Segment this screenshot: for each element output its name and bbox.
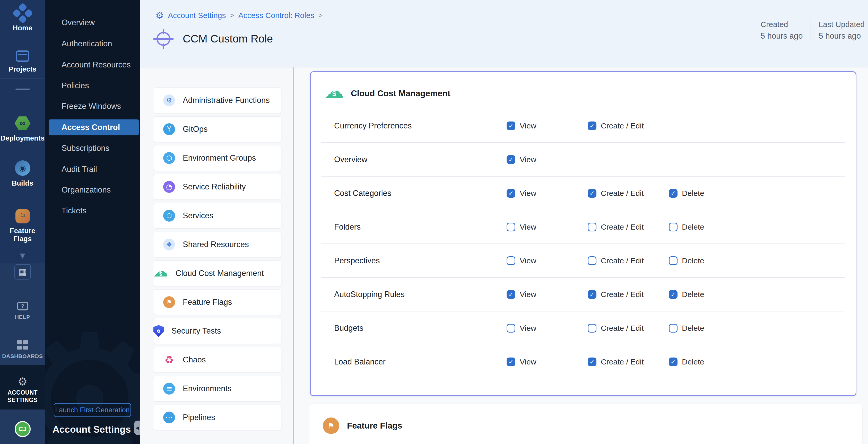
resource-card-pipelines[interactable]: ⋯Pipelines	[153, 405, 281, 431]
resource-card-chaos[interactable]: ♻Chaos	[153, 347, 281, 373]
resource-card-gitops[interactable]: YGitOps	[153, 116, 281, 142]
permission-label: Delete	[682, 324, 704, 332]
resource-card-service-reliability[interactable]: ◔Service Reliability	[153, 174, 281, 200]
checkbox-checked[interactable]: ✓	[669, 290, 678, 299]
permission-view[interactable]: ✓View	[506, 357, 536, 366]
checkbox-checked[interactable]: ✓	[588, 357, 596, 366]
permission-delete[interactable]: Delete	[669, 223, 704, 231]
permission-create-edit[interactable]: Create / Edit	[588, 324, 644, 332]
checkbox-unchecked[interactable]	[588, 324, 596, 332]
checkbox-unchecked[interactable]	[506, 324, 515, 332]
resource-card-administrative-functions[interactable]: ⚙Administrative Functions	[153, 88, 281, 113]
permission-view[interactable]: ✓View	[506, 155, 536, 164]
checkbox-checked[interactable]: ✓	[506, 290, 515, 299]
rail-item-home[interactable]: Home	[0, 6, 45, 32]
resource-card-feature-flags[interactable]: ⚑Feature Flags	[153, 289, 281, 315]
permission-create-edit[interactable]: Create / Edit	[588, 256, 644, 265]
resource-card-environments[interactable]: ≡Environments	[153, 376, 281, 402]
resource-card-environment-groups[interactable]: ⬡Environment Groups	[153, 145, 281, 171]
breadcrumb-separator: >	[318, 11, 322, 20]
permission-create-edit[interactable]: ✓Create / Edit	[588, 189, 644, 198]
checkbox-unchecked[interactable]	[588, 223, 596, 231]
permission-view[interactable]: ✓View	[506, 189, 536, 198]
permission-create-edit[interactable]: ✓Create / Edit	[588, 357, 644, 366]
rail-item-deployments[interactable]: ∞ Deployments	[0, 116, 45, 142]
rail-item-user[interactable]: CJ	[0, 421, 45, 437]
nav-item-overview[interactable]: Overview	[45, 15, 140, 31]
permission-create-edit[interactable]: ✓Create / Edit	[588, 290, 644, 299]
nav-item-audit-trail[interactable]: Audit Trail	[45, 161, 140, 177]
permission-create-edit[interactable]: Create / Edit	[588, 223, 644, 231]
permission-view[interactable]: View	[506, 223, 536, 231]
permission-delete[interactable]: ✓Delete	[669, 290, 704, 299]
checkbox-unchecked[interactable]	[669, 223, 678, 231]
permission-view[interactable]: View	[506, 256, 536, 265]
resource-card-services[interactable]: ⬡Services	[153, 203, 281, 228]
nav-item-subscriptions[interactable]: Subscriptions	[45, 140, 140, 156]
nav-item-organizations[interactable]: Organizations	[45, 182, 140, 198]
checkbox-unchecked[interactable]	[669, 256, 678, 265]
collapse-panel-handle[interactable]: ◀	[134, 420, 140, 435]
checkbox-unchecked[interactable]	[588, 256, 596, 265]
page-header: ⚙ Account Settings > Access Control: Rol…	[140, 0, 868, 67]
nav-item-policies[interactable]: Policies	[45, 78, 140, 94]
checkbox-checked[interactable]: ✓	[669, 189, 678, 198]
checkbox-checked[interactable]: ✓	[588, 122, 596, 130]
rail-item-dashboards[interactable]: DASHBOARDS	[0, 340, 45, 359]
breadcrumb-account-settings[interactable]: Account Settings	[168, 11, 226, 20]
created-value: 5 hours ago	[761, 31, 803, 41]
checkbox-unchecked[interactable]	[506, 256, 515, 265]
rail-item-feature-flags[interactable]: ⚐ Feature Flags	[0, 209, 45, 243]
checkbox-checked[interactable]: ✓	[588, 189, 596, 198]
rail-item-help[interactable]: ? HELP	[0, 302, 45, 320]
breadcrumb: ⚙ Account Settings > Access Control: Rol…	[155, 11, 322, 20]
permission-view[interactable]: ✓View	[506, 122, 536, 130]
permission-delete[interactable]: ✓Delete	[669, 357, 704, 366]
nav-item-authentication[interactable]: Authentication	[45, 36, 140, 52]
permission-delete[interactable]: Delete	[669, 256, 704, 265]
checkbox-unchecked[interactable]	[669, 324, 678, 332]
permission-view[interactable]: ✓View	[506, 290, 536, 299]
rail-item-account-settings[interactable]: ⚙ ACCOUNT SETTINGS	[0, 376, 45, 404]
permission-label: Create / Edit	[601, 223, 644, 231]
resource-label: Services	[183, 211, 213, 220]
builds-circle-icon: ◉	[15, 160, 30, 176]
chevron-down-icon[interactable]: ▼	[0, 252, 45, 259]
rail-drag-handle[interactable]	[16, 89, 30, 90]
permission-label: Create / Edit	[601, 256, 644, 265]
resource-card-security-tests[interactable]: Security Tests	[153, 318, 281, 344]
cloud-cost-management-panel: ☁ $ Cloud Cost Management Currency Prefe…	[310, 71, 857, 396]
permission-delete[interactable]: ✓Delete	[669, 189, 704, 198]
rail-item-projects[interactable]: Projects	[0, 51, 45, 73]
launch-first-generation-button[interactable]: Launch First Generation	[54, 403, 131, 417]
rail-account-label-2: SETTINGS	[7, 397, 38, 404]
module-selector-grid-icon[interactable]: ▦	[14, 264, 31, 280]
avatar[interactable]: CJ	[15, 421, 31, 437]
permission-label: Create / Edit	[601, 189, 644, 198]
nav-item-access-control[interactable]: Access Control	[49, 120, 139, 135]
checkbox-checked[interactable]: ✓	[506, 155, 515, 164]
checkbox-checked[interactable]: ✓	[506, 357, 515, 366]
resource-card-shared-resources[interactable]: ❖Shared Resources	[153, 232, 281, 257]
checkbox-checked[interactable]: ✓	[669, 357, 678, 366]
module-rail: Home Projects ∞ Deployments ◉ Builds ⚐ F…	[0, 0, 45, 444]
nav-item-tickets[interactable]: Tickets	[45, 203, 140, 219]
panel-title: Cloud Cost Management	[351, 89, 451, 98]
checkbox-checked[interactable]: ✓	[506, 189, 515, 198]
permission-row-budgets: BudgetsViewCreate / EditDelete	[311, 312, 856, 345]
resource-card-cloud-cost-management[interactable]: ☁$Cloud Cost Management	[153, 260, 281, 286]
permission-row-perspectives: PerspectivesViewCreate / EditDelete	[311, 244, 856, 277]
checkbox-unchecked[interactable]	[506, 223, 515, 231]
permission-row-cost-categories: Cost Categories✓View✓Create / Edit✓Delet…	[311, 177, 856, 210]
checkbox-checked[interactable]: ✓	[588, 290, 596, 299]
nav-item-account-resources[interactable]: Account Resources	[45, 57, 140, 73]
permission-view[interactable]: View	[506, 324, 536, 332]
rail-item-builds[interactable]: ◉ Builds	[0, 160, 45, 187]
breadcrumb-access-control-roles[interactable]: Access Control: Roles	[238, 11, 314, 20]
permission-create-edit[interactable]: ✓Create / Edit	[588, 122, 644, 130]
permission-row-overview: Overview✓View	[311, 143, 856, 176]
permission-label: View	[520, 223, 536, 231]
nav-item-freeze-windows[interactable]: Freeze Windows	[45, 98, 140, 114]
checkbox-checked[interactable]: ✓	[506, 122, 515, 130]
permission-delete[interactable]: Delete	[669, 324, 704, 332]
